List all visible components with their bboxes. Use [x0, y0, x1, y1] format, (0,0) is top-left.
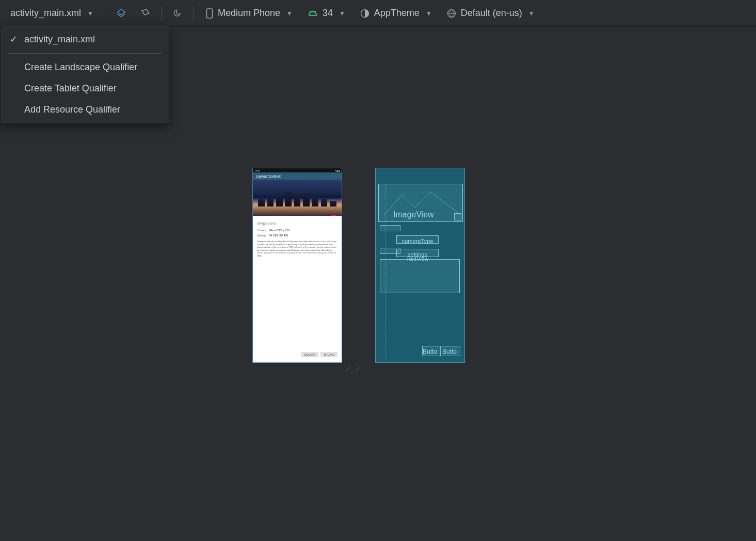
bp-button1-label: Butto — [423, 348, 437, 355]
bp-camera-label: cameraType — [402, 238, 433, 244]
camera-value: Nikon D3,Top 210 — [269, 229, 289, 232]
toolbar-divider — [194, 6, 194, 21]
contrast-icon — [360, 8, 370, 19]
resize-handle-icon[interactable]: ⟋⟋ — [342, 361, 364, 375]
content-area: Singapore Camera Nikon D3,Top 210 Settin… — [253, 216, 342, 362]
device-selector[interactable]: Medium Phone ▼ — [199, 3, 299, 24]
toolbar-divider — [161, 6, 162, 21]
menu-item-create-landscape[interactable]: Create Landscape Qualifier — [1, 57, 169, 78]
theme-selector[interactable]: AppTheme ▼ — [353, 3, 438, 24]
skyline-graphic — [253, 192, 342, 206]
theme-label: AppTheme — [374, 8, 420, 19]
bp-camera-box[interactable]: cameraType — [396, 235, 439, 244]
file-name-label: activity_main.xml — [10, 8, 81, 19]
device-label: Medium Phone — [218, 8, 280, 19]
bp-textview-box[interactable]: TextView — [380, 259, 460, 293]
discard-button[interactable]: DISCARD — [301, 352, 319, 357]
blueprint-preview-panel[interactable]: ImageView cameraType settings TextView B… — [375, 168, 465, 363]
camera-row: Camera Nikon D3,Top 210 — [257, 229, 337, 232]
bp-label-box-1[interactable] — [380, 225, 400, 231]
night-mode-toggle[interactable] — [167, 3, 188, 24]
settings-row: Settings f/4 1/80 ISO 400 — [257, 234, 337, 237]
status-icons: ▾◢ ▮ — [335, 169, 340, 172]
camera-label: Camera — [257, 229, 266, 232]
bp-fab-outline — [454, 213, 461, 220]
app-title: Layout Codelab — [256, 174, 281, 178]
design-preview-panel[interactable]: 13:00 ▾◢ ▮ Layout Codelab ★ Singapore — [252, 168, 342, 363]
check-icon: ✓ — [10, 34, 18, 45]
layout-editor-toolbar: activity_main.xml ▼ Medium Phone ▼ 34 — [0, 0, 756, 27]
chevron-down-icon: ▼ — [339, 10, 345, 17]
menu-item-add-resource[interactable]: Add Resource Qualifier — [1, 99, 169, 120]
stack-icon — [116, 8, 127, 19]
bp-button-2[interactable]: Butto — [442, 346, 460, 356]
api-selector[interactable]: 34 ▼ — [301, 3, 351, 24]
status-time: 13:00 — [255, 169, 260, 172]
settings-value: f/4 1/80 ISO 400 — [269, 234, 288, 237]
android-icon — [307, 9, 318, 18]
bp-imageview[interactable]: ImageView — [378, 184, 463, 222]
svg-rect-0 — [206, 8, 212, 18]
app-bar: Layout Codelab — [253, 172, 342, 180]
upload-button[interactable]: UPLOAD — [320, 352, 337, 357]
menu-separator — [8, 53, 162, 54]
locale-selector[interactable]: Default (en-us) ▼ — [440, 3, 541, 24]
locale-label: Default (en-us) — [461, 8, 522, 19]
phone-icon — [205, 8, 214, 19]
menu-item-current-file[interactable]: ✓ activity_main.xml — [1, 28, 169, 50]
chevron-down-icon: ▼ — [426, 10, 432, 17]
bp-textview-label: TextView — [406, 256, 429, 262]
action-row: DISCARD UPLOAD — [301, 352, 337, 357]
description-text: Singapore officially the Republic of Sin… — [257, 240, 337, 258]
orientation-toggle[interactable] — [134, 3, 156, 24]
settings-label: Settings — [257, 234, 266, 237]
bp-imageview-label: ImageView — [393, 210, 434, 219]
hero-image — [253, 180, 342, 216]
city-name: Singapore — [257, 221, 337, 226]
file-selector-menu: ✓ activity_main.xml Create Landscape Qua… — [0, 25, 169, 124]
bp-button2-label: Butto — [442, 348, 457, 355]
api-level-label: 34 — [323, 8, 333, 19]
design-surface-toggle[interactable] — [110, 3, 132, 24]
chevron-down-icon: ▼ — [87, 10, 93, 17]
menu-item-label: activity_main.xml — [24, 34, 95, 45]
status-bar: 13:00 ▾◢ ▮ — [253, 168, 342, 172]
menu-item-label: Create Landscape Qualifier — [24, 62, 137, 73]
globe-icon — [446, 8, 457, 19]
bp-button-1[interactable]: Butto — [422, 346, 441, 356]
menu-item-label: Add Resource Qualifier — [24, 104, 120, 115]
rotate-icon — [139, 8, 151, 19]
chevron-down-icon: ▼ — [286, 10, 293, 17]
menu-item-create-tablet[interactable]: Create Tablet Qualifier — [1, 78, 169, 99]
file-selector-dropdown[interactable]: activity_main.xml ▼ — [4, 3, 100, 24]
chevron-down-icon: ▼ — [528, 10, 535, 17]
menu-item-label: Create Tablet Qualifier — [24, 83, 117, 94]
toolbar-divider — [105, 6, 105, 21]
moon-icon — [172, 8, 183, 19]
